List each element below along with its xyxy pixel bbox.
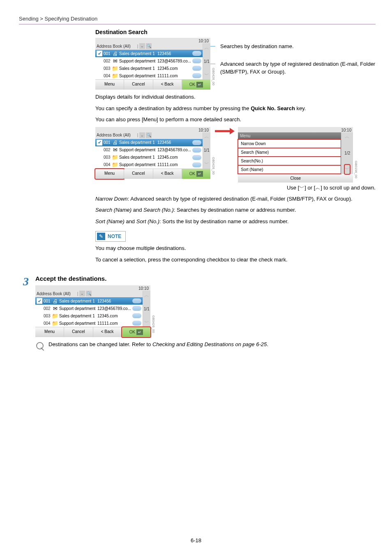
checkbox-icon[interactable]: [37, 313, 42, 319]
search-icon[interactable]: 🔍: [146, 43, 152, 49]
ftp-icon: 📁: [112, 162, 118, 168]
note-text: To cancel a selection, press the corresp…: [95, 256, 376, 264]
checkbox-icon[interactable]: [97, 65, 102, 71]
checkbox-icon[interactable]: [97, 162, 102, 168]
note-block: ✎ NOTE You may choose multiple destinati…: [95, 231, 376, 264]
search-icon[interactable]: 🔍: [146, 132, 152, 138]
search-icon[interactable]: 🔍: [86, 291, 92, 296]
cancel-button[interactable]: Cancel: [124, 80, 153, 90]
page-indicator: 1/1: [204, 148, 210, 153]
checkbox-checked-icon[interactable]: ✔: [97, 51, 102, 56]
divider: [19, 24, 376, 25]
cancel-button[interactable]: Cancel: [124, 169, 153, 179]
menu-item-search-no[interactable]: Search(No.): [238, 157, 341, 165]
info-icon[interactable]: [192, 51, 201, 56]
scrollbar[interactable]: ︿ 1/1 ﹀: [143, 291, 150, 327]
chevron-down-icon[interactable]: ﹀: [144, 318, 149, 327]
back-button[interactable]: < Back: [93, 327, 122, 337]
chevron-down-icon[interactable]: ﹀: [345, 165, 350, 174]
scrollbar[interactable]: ︿ 1/1 ﹀: [203, 132, 210, 169]
checkbox-icon[interactable]: [37, 305, 42, 311]
menu-panel: 10:10 Menu Narrow Down Search (Name) Sea…: [238, 127, 353, 183]
section-title: Destination Search: [95, 29, 376, 35]
info-icon[interactable]: [192, 58, 201, 63]
chevron-up-icon[interactable]: ︿: [144, 291, 149, 300]
dest-row[interactable]: 003 📁 Sales department 1 12345.com: [95, 154, 203, 161]
chevron-down-icon[interactable]: ﹀: [204, 160, 209, 169]
dest-row[interactable]: ✔ 001 🖨 Sales department 1 123456: [95, 50, 203, 57]
checkbox-checked-icon[interactable]: ✔: [97, 140, 102, 146]
breadcrumb: Sending > Specifying Destination: [19, 0, 376, 22]
smb-icon: 🖨: [112, 140, 118, 146]
step-title: Accept the destinations.: [35, 275, 376, 282]
page-number: 6-18: [0, 537, 392, 543]
clock: 10:10: [238, 127, 353, 132]
ok-button[interactable]: OK↵: [122, 327, 150, 337]
info-icon[interactable]: [132, 306, 141, 311]
body-text: Narrow Down: Advanced search by type of …: [95, 195, 376, 203]
clock: 10:10: [35, 285, 150, 291]
ok-button[interactable]: OK↵: [182, 169, 210, 179]
callout-text: Advanced search by type of registered de…: [220, 61, 375, 75]
dest-row[interactable]: ✔ 001 🖨 Sales department 1 123456: [95, 139, 203, 146]
info-icon[interactable]: [132, 313, 141, 318]
dest-row[interactable]: 003 📁 Sales department 1 12345.com: [95, 65, 203, 72]
menu-item-search-name[interactable]: Search (Name): [238, 148, 341, 157]
dest-row[interactable]: 002 ✉ Support department 123@456789.co..…: [95, 146, 203, 154]
info-icon[interactable]: [192, 162, 201, 167]
checkbox-icon[interactable]: [97, 73, 102, 79]
back-button[interactable]: < Back: [153, 80, 182, 90]
dest-row[interactable]: 002 ✉ Support department 123@456789.co..…: [35, 305, 143, 312]
info-icon[interactable]: [192, 66, 201, 71]
checkbox-icon[interactable]: [37, 320, 42, 326]
enter-icon: ↵: [136, 329, 143, 335]
checkbox-icon[interactable]: [97, 155, 102, 160]
info-icon[interactable]: [132, 298, 141, 303]
info-icon[interactable]: [132, 321, 141, 326]
dest-row[interactable]: ✔ 001 🖨 Sales department 1 123456: [35, 297, 143, 305]
double-chevron-down-icon[interactable]: ⌄: [79, 291, 85, 296]
chevron-up-icon[interactable]: ︿: [204, 132, 209, 141]
step-number: 3: [19, 275, 29, 288]
checkbox-checked-icon[interactable]: ✔: [37, 298, 42, 304]
dest-row[interactable]: 004 📁 Support department 11111.com: [95, 161, 203, 169]
chevron-up-icon[interactable]: ︿: [204, 43, 209, 52]
checkbox-icon[interactable]: [97, 147, 102, 153]
back-button[interactable]: < Back: [153, 169, 182, 179]
info-icon[interactable]: [192, 140, 201, 145]
ftp-icon: 📁: [52, 320, 58, 326]
cancel-button[interactable]: Cancel: [64, 327, 93, 337]
note-text: You may choose multiple destinations.: [95, 244, 376, 252]
menu-button[interactable]: Menu: [35, 327, 64, 337]
menu-button[interactable]: Menu: [95, 169, 124, 179]
dest-row[interactable]: 002 ✉ Support department 123@456789.co..…: [95, 57, 203, 65]
button-bar: Menu Cancel < Back OK↵: [95, 79, 210, 90]
menu-item-narrow-down[interactable]: Narrow Down: [238, 139, 341, 148]
chevron-down-icon[interactable]: ﹀: [204, 70, 209, 79]
double-chevron-down-icon[interactable]: ⌄: [139, 43, 145, 49]
menu-item-sort-name[interactable]: Sort (Name): [238, 165, 341, 174]
address-book-panel-2: 10:10 Address Book (All) | ⌄ 🔍: [95, 127, 210, 179]
info-icon[interactable]: [192, 73, 201, 78]
dest-row[interactable]: 004 📁 Support department 11111.com: [95, 72, 203, 79]
smb-icon: 🖨: [112, 51, 118, 56]
info-icon[interactable]: [192, 148, 201, 153]
chevron-up-icon[interactable]: ︿: [345, 132, 350, 141]
body-text: Displays details for individual destinat…: [95, 93, 376, 101]
double-chevron-down-icon[interactable]: ⌄: [139, 132, 145, 138]
info-icon[interactable]: [192, 155, 201, 160]
body-text: Search (Name) and Search (No.): Searches…: [95, 206, 376, 214]
dest-row[interactable]: 004 📁 Support department 11111.com: [35, 319, 143, 327]
ftp-icon: 📁: [112, 155, 118, 160]
mail-icon: ✉: [112, 58, 118, 64]
clock: 10:10: [95, 127, 210, 132]
dest-row[interactable]: 003 📁 Sales department 1 12345.com: [35, 312, 143, 319]
note-icon: ✎: [97, 233, 105, 240]
scrollbar[interactable]: ︿ 1/1 ﹀: [203, 43, 210, 79]
ok-button[interactable]: OK↵: [182, 80, 210, 90]
scrollbar[interactable]: ︿ 1/2 ﹀: [341, 132, 353, 174]
checkbox-icon[interactable]: [97, 58, 102, 64]
page-indicator: 1/1: [204, 59, 210, 64]
menu-button[interactable]: Menu: [95, 80, 124, 90]
close-button[interactable]: Close: [238, 174, 353, 183]
